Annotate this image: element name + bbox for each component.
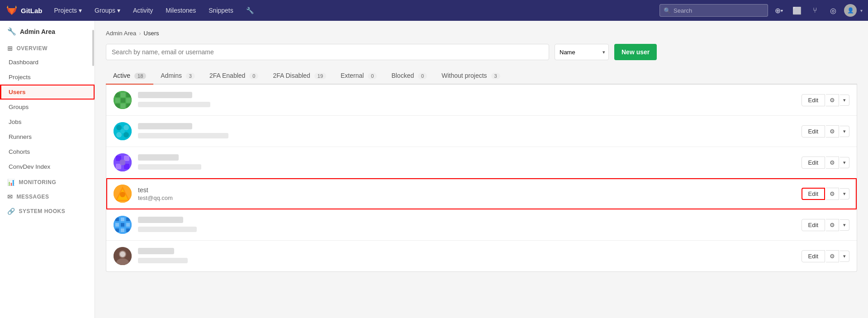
tab-2fa-disabled-label: 2FA Disabled <box>273 72 310 79</box>
gear-button[interactable]: ⚙ <box>826 94 839 106</box>
edit-button[interactable]: Edit <box>802 219 825 231</box>
gitlab-logo[interactable]: GitLab <box>5 4 43 17</box>
top-navigation: GitLab Projects ▾ Groups ▾ Activity Mile… <box>0 0 868 21</box>
tab-active[interactable]: Active 18 <box>106 67 153 85</box>
sidebar-item-dashboard[interactable]: Dashboard <box>0 55 95 70</box>
dropdown-button[interactable]: ▾ <box>840 157 849 168</box>
sidebar-toggle-button[interactable]: ⬜ <box>790 3 804 18</box>
user-email-blurred <box>138 258 188 263</box>
gear-button[interactable]: ⚙ <box>826 188 839 200</box>
user-email: test@qq.com <box>138 195 795 201</box>
chevron-down-icon: ▾ <box>860 8 863 13</box>
tab-blocked[interactable]: Blocked 0 <box>384 67 434 85</box>
nav-wrench[interactable]: 🔧 <box>242 0 258 21</box>
user-actions: Edit ⚙ ▾ <box>802 157 849 169</box>
edit-button[interactable]: Edit <box>802 94 825 106</box>
edit-button[interactable]: Edit <box>802 125 825 138</box>
svg-rect-9 <box>126 104 131 108</box>
hooks-icon: 🔗 <box>7 208 15 215</box>
new-user-button[interactable]: New user <box>614 44 657 60</box>
svg-rect-33 <box>115 228 119 232</box>
sidebar-admin-header: 🔧 Admin Area <box>0 21 95 40</box>
user-actions: Edit ⚙ ▾ <box>802 250 849 262</box>
user-search-input[interactable] <box>106 44 549 60</box>
avatar <box>114 153 132 171</box>
sidebar-item-groups[interactable]: Groups <box>0 100 95 114</box>
sidebar-item-users[interactable]: Users <box>0 85 95 100</box>
edit-button[interactable]: Edit <box>802 188 825 200</box>
sidebar: 🔧 Admin Area ⊞ Overview Dashboard Projec… <box>0 21 95 318</box>
tab-2fa-enabled[interactable]: 2FA Enabled 0 <box>202 67 266 85</box>
tab-2fa-disabled[interactable]: 2FA Disabled 19 <box>266 67 333 85</box>
nav-milestones[interactable]: Milestones <box>161 0 200 21</box>
identicon-icon <box>114 122 132 140</box>
sidebar-item-projects[interactable]: Projects <box>0 70 95 85</box>
tab-without-projects[interactable]: Without projects 3 <box>434 67 507 85</box>
edit-button[interactable]: Edit <box>802 250 825 262</box>
sort-select[interactable]: Name Created date Last sign-in Oldest si… <box>555 44 609 60</box>
tab-external[interactable]: External 0 <box>333 67 384 85</box>
issues-icon: ◎ <box>830 6 836 15</box>
user-info <box>138 123 795 140</box>
chevron-down-icon: ▾ <box>781 8 783 13</box>
issues-button[interactable]: ◎ <box>826 3 840 18</box>
sidebar-item-jobs[interactable]: Jobs <box>0 114 95 129</box>
svg-rect-4 <box>115 98 120 103</box>
user-photo-icon <box>114 247 132 265</box>
dropdown-button[interactable]: ▾ <box>840 219 849 231</box>
svg-point-12 <box>123 125 129 130</box>
user-actions: Edit ⚙ ▾ <box>802 188 849 200</box>
svg-rect-21 <box>120 160 125 165</box>
merge-request-button[interactable]: ⑂ <box>808 3 822 18</box>
avatar <box>114 91 132 109</box>
nav-groups[interactable]: Groups ▾ <box>90 0 125 21</box>
sidebar-icon: ⬜ <box>792 6 802 15</box>
sidebar-item-runners[interactable]: Runners <box>0 129 95 144</box>
wrench-icon: 🔧 <box>246 7 254 14</box>
user-avatar-menu[interactable]: 👤 <box>844 4 857 17</box>
user-name-blurred <box>138 92 192 98</box>
plus-icon: ⊕ <box>775 6 781 15</box>
table-row: Edit ⚙ ▾ <box>106 241 857 271</box>
identicon-icon <box>114 91 132 109</box>
sidebar-item-convdev[interactable]: ConvDev Index <box>0 159 95 174</box>
sidebar-group-overview: ⊞ Overview <box>0 40 95 55</box>
users-list: Edit ⚙ ▾ <box>106 85 857 272</box>
user-actions: Edit ⚙ ▾ <box>802 125 849 138</box>
user-info <box>138 92 795 109</box>
dropdown-button[interactable]: ▾ <box>840 188 849 199</box>
global-search[interactable]: 🔍 <box>659 4 768 17</box>
dropdown-button[interactable]: ▾ <box>840 126 849 137</box>
nav-projects[interactable]: Projects ▾ <box>50 0 87 21</box>
dropdown-button[interactable]: ▾ <box>840 251 849 262</box>
gear-button[interactable]: ⚙ <box>826 250 839 262</box>
identicon-icon <box>114 185 132 203</box>
plus-button[interactable]: ⊕ ▾ <box>772 3 786 18</box>
avatar <box>114 216 132 234</box>
dropdown-button[interactable]: ▾ <box>840 95 849 106</box>
tab-blocked-count: 0 <box>418 73 427 79</box>
user-info <box>138 248 795 265</box>
sidebar-group-hooks: 🔗 System Hooks <box>0 203 95 218</box>
table-row: Edit ⚙ ▾ <box>106 85 857 116</box>
identicon-icon <box>114 216 132 234</box>
svg-point-14 <box>123 132 129 138</box>
logo-text: GitLab <box>21 7 43 14</box>
global-search-input[interactable] <box>674 7 764 14</box>
tab-admins[interactable]: Admins 3 <box>153 67 202 85</box>
tab-admins-count: 3 <box>186 73 195 79</box>
gear-button[interactable]: ⚙ <box>826 157 839 169</box>
breadcrumb-parent[interactable]: Admin Area <box>106 30 136 37</box>
sidebar-section-title: Admin Area <box>20 28 55 35</box>
svg-rect-35 <box>126 228 130 232</box>
nav-activity[interactable]: Activity <box>128 0 157 21</box>
user-email-blurred <box>138 227 197 232</box>
edit-button[interactable]: Edit <box>802 157 825 169</box>
gear-button[interactable]: ⚙ <box>826 125 839 138</box>
gear-button[interactable]: ⚙ <box>826 219 839 231</box>
messages-icon: ✉ <box>7 193 13 200</box>
nav-snippets[interactable]: Snippets <box>204 0 237 21</box>
user-email-blurred <box>138 164 201 170</box>
sidebar-item-cohorts[interactable]: Cohorts <box>0 144 95 159</box>
sidebar-scrollbar[interactable] <box>92 30 94 66</box>
